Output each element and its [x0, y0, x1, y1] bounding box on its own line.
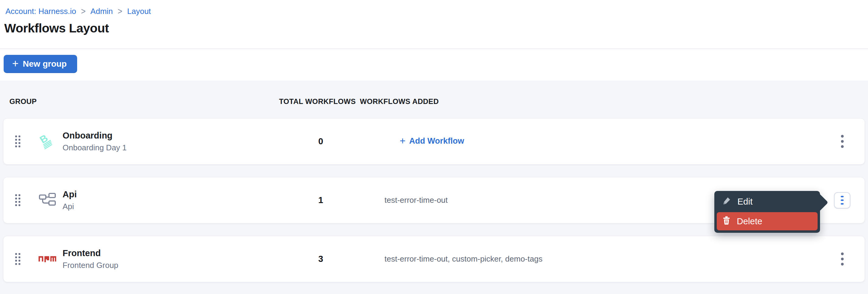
npm-logo-icon	[38, 255, 57, 264]
group-name: Onboarding	[63, 131, 278, 141]
new-group-button-label: New group	[23, 59, 67, 69]
add-workflow-link[interactable]: + Add Workflow	[400, 136, 464, 146]
breadcrumb-separator: >	[118, 6, 122, 17]
total-workflows-count: 1	[278, 195, 363, 205]
group-description: Onboarding Day 1	[63, 143, 278, 152]
row-context-menu: Edit Delete	[714, 191, 820, 233]
table-header-row: GROUP TOTAL WORKFLOWS WORKFLOWS ADDED	[3, 97, 865, 106]
total-workflows-count: 0	[278, 136, 363, 146]
new-group-button[interactable]: + New group	[4, 55, 77, 73]
stack-logo-icon: B	[39, 132, 56, 151]
drag-handle[interactable]	[13, 134, 22, 149]
column-header-group: GROUP	[3, 97, 275, 106]
group-description: Api	[63, 202, 278, 211]
breadcrumb-account-link[interactable]: Account: Harness.io	[5, 7, 76, 16]
drag-handle[interactable]	[13, 251, 22, 267]
column-header-workflows-added: WORKFLOWS ADDED	[360, 97, 865, 106]
group-description: Frontend Group	[63, 261, 278, 270]
breadcrumb-layout-link[interactable]: Layout	[127, 7, 151, 16]
kebab-menu-button[interactable]	[838, 132, 847, 151]
page-title: Workflows Layout	[4, 21, 109, 35]
drag-handle[interactable]	[13, 192, 22, 208]
add-workflow-label: Add Workflow	[409, 136, 464, 146]
breadcrumb-separator: >	[81, 6, 86, 17]
trash-icon	[722, 216, 731, 227]
breadcrumb-admin-link[interactable]: Admin	[91, 7, 113, 16]
workflows-added-list: test-error-time-out, custom-picker, demo…	[363, 254, 820, 264]
table-row-frontend: Frontend Frontend Group 3 test-error-tim…	[3, 236, 865, 282]
pencil-icon	[722, 196, 731, 207]
plus-icon: +	[12, 58, 19, 69]
breadcrumb: Account: Harness.io > Admin > Layout	[5, 7, 151, 16]
group-name: Frontend	[63, 248, 278, 258]
plus-icon: +	[400, 136, 405, 146]
context-menu-delete-label: Delete	[737, 216, 762, 226]
column-header-total-workflows: TOTAL WORKFLOWS	[275, 97, 360, 106]
kebab-menu-button[interactable]	[838, 250, 847, 268]
group-name: Api	[63, 189, 278, 199]
context-menu-edit[interactable]: Edit	[714, 191, 820, 212]
context-menu-delete[interactable]: Delete	[717, 212, 817, 230]
header-divider	[0, 48, 868, 49]
total-workflows-count: 3	[278, 254, 363, 264]
table-row-onboarding: B Onboarding Onboarding Day 1 0 +	[3, 118, 865, 164]
context-menu-edit-label: Edit	[737, 197, 752, 207]
kebab-menu-button-active[interactable]	[834, 192, 850, 209]
workflow-groups-table: GROUP TOTAL WORKFLOWS WORKFLOWS ADDED B	[0, 81, 868, 294]
workflow-diagram-icon	[39, 193, 56, 208]
